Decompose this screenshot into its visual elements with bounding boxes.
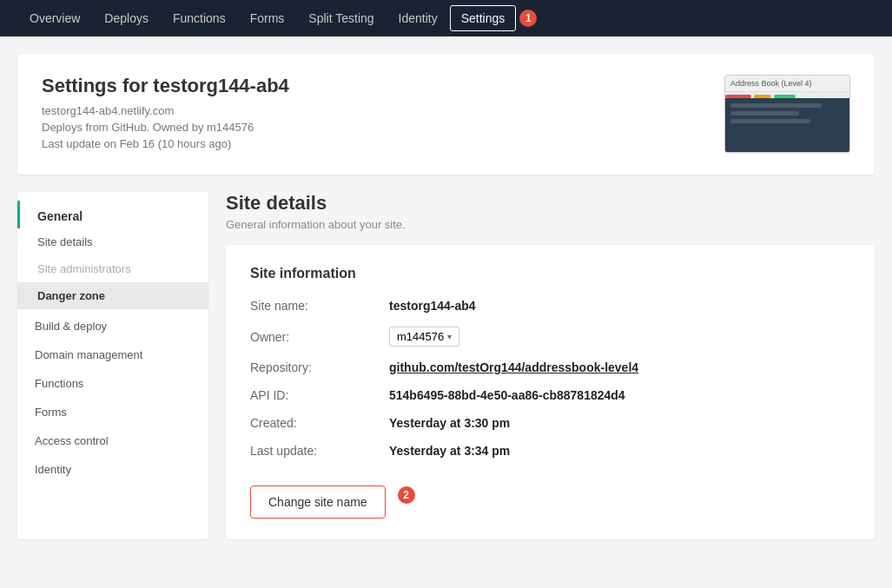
owner-value: m144576 — [397, 330, 444, 343]
value-repository[interactable]: github.com/testOrg144/addressbook-level4 — [389, 360, 638, 374]
label-api-id: API ID: — [250, 388, 389, 402]
label-created: Created: — [250, 416, 389, 430]
content-subtitle: General information about your site. — [226, 218, 875, 231]
label-owner: Owner: — [250, 330, 389, 344]
value-api-id: 514b6495-88bd-4e50-aa86-cb88781824d4 — [389, 388, 625, 402]
site-info-card: Settings for testorg144-ab4 testorg144-a… — [17, 54, 875, 175]
sidebar-item-site-details[interactable]: Site details — [17, 228, 208, 255]
sidebar-section-general: General — [17, 201, 208, 228]
site-card-last-update: Last update on Feb 16 (10 hours ago) — [42, 137, 289, 150]
field-last-update: Last update: Yesterday at 3:34 pm — [250, 444, 850, 458]
field-api-id: API ID: 514b6495-88bd-4e50-aa86-cb887818… — [250, 388, 850, 402]
preview-header-text: Address Book (Level 4) — [725, 76, 849, 92]
site-preview-thumbnail: Address Book (Level 4) — [724, 75, 850, 153]
label-repository: Repository: — [250, 360, 389, 374]
nav-forms[interactable]: Forms — [238, 3, 297, 34]
preview-bar-red — [725, 95, 751, 98]
nav-identity[interactable]: Identity — [387, 3, 450, 34]
content-header: Site details General information about y… — [226, 192, 875, 231]
chevron-down-icon: ▾ — [447, 332, 452, 341]
preview-line-1 — [730, 103, 822, 108]
nav-functions[interactable]: Functions — [161, 3, 238, 34]
site-card-title: Settings for testorg144-ab4 — [42, 75, 289, 97]
preview-line-3 — [730, 119, 810, 123]
change-site-name-button[interactable]: Change site name — [250, 486, 386, 519]
sidebar-item-forms[interactable]: Forms — [17, 395, 208, 424]
main-content-area: General Site details Site administrators… — [17, 192, 875, 539]
nav-overview[interactable]: Overview — [17, 3, 92, 34]
label-last-update: Last update: — [250, 444, 389, 458]
nav-split-testing[interactable]: Split Testing — [296, 3, 386, 34]
sidebar: General Site details Site administrators… — [17, 192, 208, 539]
value-site-name: testorg144-ab4 — [389, 299, 476, 313]
nav-badge: 1 — [519, 10, 537, 27]
field-site-name: Site name: testorg144-ab4 — [250, 299, 850, 313]
owner-dropdown[interactable]: m144576 ▾ — [389, 327, 459, 347]
site-card-url: testorg144-ab4.netlify.com — [42, 104, 289, 117]
preview-line-2 — [730, 111, 799, 116]
field-created: Created: Yesterday at 3:30 pm — [250, 416, 850, 430]
sidebar-item-identity[interactable]: Identity — [17, 453, 208, 481]
top-navigation: Overview Deploys Functions Forms Split T… — [0, 0, 892, 36]
button-row: Change site name 2 — [250, 472, 850, 519]
nav-deploys[interactable]: Deploys — [92, 3, 161, 34]
sidebar-item-site-administrators[interactable]: Site administrators — [17, 255, 208, 282]
preview-body — [725, 98, 849, 153]
preview-bar-orange — [754, 95, 771, 98]
sidebar-item-functions[interactable]: Functions — [17, 367, 208, 395]
sidebar-item-build-deploy[interactable]: Build & deploy — [17, 309, 208, 338]
sidebar-item-domain-management[interactable]: Domain management — [17, 338, 208, 367]
change-btn-badge: 2 — [398, 486, 415, 504]
field-owner: Owner: m144576 ▾ — [250, 327, 850, 347]
content-panel: Site details General information about y… — [226, 192, 875, 539]
field-repository: Repository: github.com/testOrg144/addres… — [250, 360, 850, 374]
site-card-deploys: Deploys from GitHub. Owned by m144576 — [42, 121, 289, 134]
sidebar-item-danger-zone[interactable]: Danger zone — [17, 282, 208, 309]
preview-bar-green — [774, 95, 796, 98]
info-section-title: Site information — [250, 266, 850, 281]
label-site-name: Site name: — [250, 299, 389, 313]
sidebar-item-access-control[interactable]: Access control — [17, 424, 208, 453]
value-last-update: Yesterday at 3:34 pm — [389, 444, 510, 458]
value-created: Yesterday at 3:30 pm — [389, 416, 510, 430]
content-title: Site details — [226, 192, 875, 215]
site-information-box: Site information Site name: testorg144-a… — [226, 245, 875, 539]
site-card-details: Settings for testorg144-ab4 testorg144-a… — [42, 75, 289, 154]
nav-settings[interactable]: Settings — [450, 5, 517, 31]
